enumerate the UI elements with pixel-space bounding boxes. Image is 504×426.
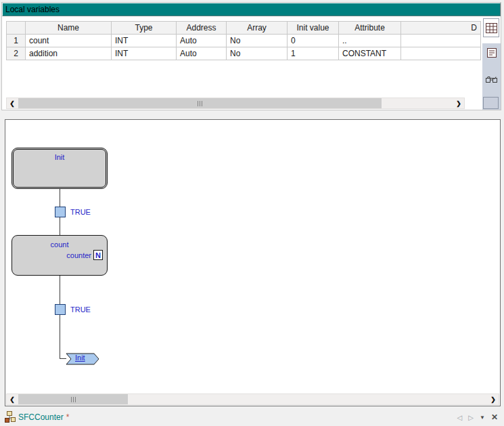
sfc-connector xyxy=(60,276,60,304)
sfc-connector xyxy=(60,315,60,359)
table-header-row: Name Type Address Array Init value Attri… xyxy=(7,22,481,35)
prev-tab-button[interactable]: ◁ xyxy=(457,414,463,421)
sfc-connector xyxy=(60,189,60,207)
header-name[interactable]: Name xyxy=(26,22,112,35)
panel-title: Local variables xyxy=(2,3,501,16)
row-number[interactable]: 1 xyxy=(7,35,26,47)
scrollbar-track[interactable] xyxy=(18,394,488,404)
header-address[interactable]: Address xyxy=(177,22,227,35)
cell-description[interactable] xyxy=(401,47,481,60)
cell-init-value[interactable]: 0 xyxy=(288,35,339,47)
transition-condition: TRUE xyxy=(70,305,91,314)
sfc-transition-2[interactable] xyxy=(55,304,66,315)
header-description[interactable]: D xyxy=(401,22,481,35)
cell-attribute[interactable]: .. xyxy=(339,35,401,47)
header-attribute[interactable]: Attribute xyxy=(339,22,401,35)
header-array[interactable]: Array xyxy=(227,22,288,35)
sfc-horizontal-scrollbar[interactable]: ❮ ❯ xyxy=(6,393,499,405)
step-label: count xyxy=(12,236,107,249)
search-button[interactable] xyxy=(482,76,501,84)
table-row: 2 addition INT Auto No 1 CONSTANT xyxy=(7,47,481,60)
sfc-step-count[interactable]: count counter N xyxy=(12,235,108,276)
scroll-left-button[interactable]: ❮ xyxy=(7,394,18,404)
table-row: 1 count INT Auto No 0 .. xyxy=(7,35,481,47)
sfc-initial-step[interactable]: Init xyxy=(12,148,108,189)
variables-horizontal-scrollbar[interactable]: ❮ ❯ xyxy=(6,98,465,109)
action-name: counter xyxy=(66,251,91,259)
cell-attribute[interactable]: CONSTANT xyxy=(339,47,401,60)
header-type[interactable]: Type xyxy=(112,22,177,35)
scrollbar-grip xyxy=(198,101,198,106)
sfc-jump-to-init[interactable]: Init xyxy=(66,353,99,365)
scrollbar-track[interactable] xyxy=(18,98,453,108)
scrollbar-grip xyxy=(202,101,202,106)
action-qualifier: N xyxy=(93,250,103,260)
tab-list-dropdown-button[interactable]: ▼ xyxy=(480,414,485,421)
sfc-canvas[interactable]: Init TRUE count counter N TRUE Init ❮ xyxy=(5,120,500,406)
scroll-left-button[interactable]: ❮ xyxy=(7,98,18,108)
local-variables-panel: Local variables Name Type Address Array … xyxy=(1,2,501,110)
cell-init-value[interactable]: 1 xyxy=(288,47,339,60)
sfc-connector xyxy=(60,217,60,235)
tab-label: SFCCounter xyxy=(18,412,64,422)
transition-condition: TRUE xyxy=(70,208,91,216)
cell-type[interactable]: INT xyxy=(112,35,177,47)
row-number[interactable]: 2 xyxy=(7,47,26,60)
cell-address[interactable]: Auto xyxy=(177,35,227,47)
scrollbar-thumb[interactable] xyxy=(18,394,128,404)
cell-description[interactable] xyxy=(401,35,481,47)
scrollbar-grip xyxy=(75,397,76,402)
variables-table: Name Type Address Array Init value Attri… xyxy=(6,21,481,60)
scroll-right-button[interactable]: ❯ xyxy=(488,394,499,404)
scroll-right-button[interactable]: ❯ xyxy=(453,98,464,108)
cell-type[interactable]: INT xyxy=(112,47,177,60)
grid-view-button[interactable] xyxy=(483,18,499,37)
action-block[interactable]: counter N xyxy=(12,250,107,260)
document-tab-bar: SFCCounter * ◁ ▷ ▼ ✕ xyxy=(0,409,504,426)
sfc-editor-panel: Init TRUE count counter N TRUE Init ❮ xyxy=(5,119,501,406)
description-icon xyxy=(486,47,497,58)
sfc-transition-1[interactable] xyxy=(55,207,66,217)
modified-indicator: * xyxy=(66,412,70,422)
scrollbar-grip xyxy=(200,101,200,106)
binoculars-icon xyxy=(485,76,498,84)
next-tab-button[interactable]: ▷ xyxy=(468,414,474,421)
grid-icon xyxy=(486,23,497,33)
cell-array[interactable]: No xyxy=(227,35,288,47)
tab-navigation: ◁ ▷ ▼ ✕ xyxy=(457,412,498,423)
scrollbar-grip xyxy=(71,397,72,402)
header-row-num[interactable] xyxy=(7,22,26,35)
scrollbar-thumb[interactable] xyxy=(18,98,382,108)
variables-toolbar xyxy=(482,16,501,110)
close-tab-button[interactable]: ✕ xyxy=(491,412,498,422)
cell-name[interactable]: count xyxy=(26,35,112,47)
jump-target-label: Init xyxy=(75,354,85,362)
tab-sfccounter[interactable]: SFCCounter * xyxy=(5,411,69,423)
toolbar-spacer-button[interactable] xyxy=(483,97,499,109)
cell-name[interactable]: addition xyxy=(26,47,112,60)
step-label: Init xyxy=(12,148,107,161)
header-init-value[interactable]: Init value xyxy=(288,22,339,35)
variables-table-area: Name Type Address Array Init value Attri… xyxy=(2,16,482,110)
description-view-button[interactable] xyxy=(482,47,501,58)
sfc-chart-icon xyxy=(5,411,16,423)
scrollbar-grip xyxy=(73,397,74,402)
cell-address[interactable]: Auto xyxy=(177,47,227,60)
variables-body: Name Type Address Array Init value Attri… xyxy=(2,16,501,110)
cell-array[interactable]: No xyxy=(227,47,288,60)
